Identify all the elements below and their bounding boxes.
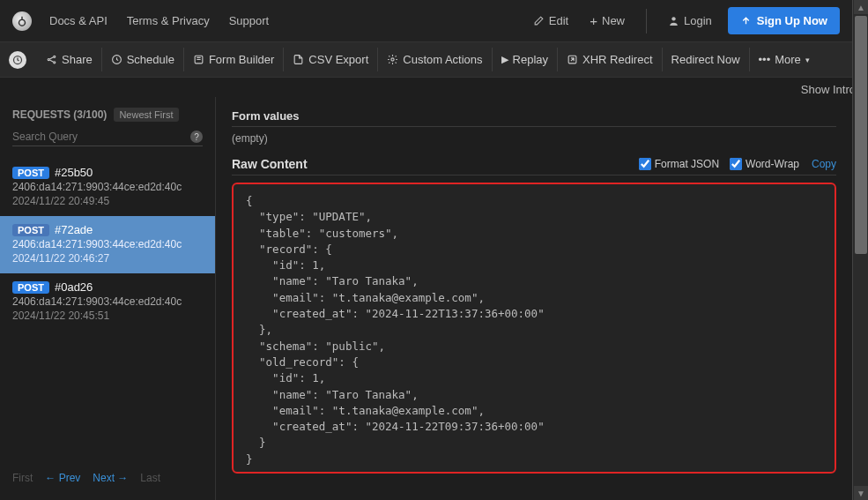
word-wrap-label: Word-Wrap xyxy=(746,158,799,170)
request-time: 2024/11/22 20:49:45 xyxy=(12,195,203,207)
raw-content-body[interactable]: { "type": "UPDATE", "table": "customers"… xyxy=(246,193,822,467)
schedule-button[interactable]: Schedule xyxy=(101,48,183,71)
form-icon xyxy=(193,54,204,65)
gear-icon xyxy=(387,54,398,65)
dots-icon: ••• xyxy=(759,53,771,66)
detail-panel: Form values (empty) Raw Content Format J… xyxy=(216,97,852,500)
form-builder-button[interactable]: Form Builder xyxy=(183,48,283,71)
signup-button[interactable]: Sign Up Now xyxy=(728,7,840,34)
custom-actions-button[interactable]: Custom Actions xyxy=(377,48,491,71)
form-values-empty: (empty) xyxy=(232,132,836,145)
request-item[interactable]: POST#25b502406:da14:271:9903:44ce:ed2d:4… xyxy=(0,159,215,216)
pager-last: Last xyxy=(140,472,160,484)
pager-first: First xyxy=(12,472,33,484)
redirect-now-button[interactable]: Redirect Now xyxy=(662,48,749,71)
request-id: #0ad26 xyxy=(55,280,93,294)
docs-api-link[interactable]: Docs & API xyxy=(49,14,108,27)
pager-next[interactable]: Next → xyxy=(93,472,128,484)
divider xyxy=(646,9,647,34)
svg-point-3 xyxy=(54,56,56,57)
terms-privacy-link[interactable]: Terms & Privacy xyxy=(127,14,210,27)
requests-list: POST#25b502406:da14:271:9903:44ce:ed2d:4… xyxy=(0,159,215,463)
scrollbar-up-icon[interactable]: ▲ xyxy=(854,0,868,14)
form-builder-label: Form Builder xyxy=(209,53,274,66)
top-nav: Docs & API Terms & Privacy Support Edit … xyxy=(0,0,852,42)
custom-actions-label: Custom Actions xyxy=(403,53,482,66)
edit-button[interactable]: Edit xyxy=(528,11,574,31)
more-label: More xyxy=(775,53,801,66)
search-input[interactable] xyxy=(12,131,190,143)
request-time: 2024/11/22 20:46:27 xyxy=(12,252,203,265)
svg-point-4 xyxy=(54,62,56,63)
show-intro-link[interactable]: Show Intro xyxy=(801,83,856,96)
requests-sidebar: REQUESTS (3/100) Newest First ? POST#25b… xyxy=(0,97,216,500)
play-icon: ▶ xyxy=(501,54,508,65)
svg-point-0 xyxy=(671,17,675,20)
login-label: Login xyxy=(684,14,712,27)
clock-icon[interactable] xyxy=(9,51,26,69)
scrollbar-thumb[interactable] xyxy=(855,16,867,254)
request-ip: 2406:da14:271:9903:44ce:ed2d:40c xyxy=(12,295,203,308)
request-id: #72ade xyxy=(55,223,93,236)
signup-label: Sign Up Now xyxy=(757,14,827,27)
xhr-redirect-label: XHR Redirect xyxy=(582,53,652,66)
format-json-label: Format JSON xyxy=(655,158,719,170)
requests-count-label: REQUESTS (3/100) xyxy=(12,108,107,121)
format-json-input[interactable] xyxy=(639,158,651,170)
user-icon xyxy=(668,15,679,26)
share-icon xyxy=(46,54,57,65)
replay-button[interactable]: ▶ Replay xyxy=(492,48,557,71)
format-json-checkbox[interactable]: Format JSON xyxy=(639,158,719,170)
method-badge: POST xyxy=(12,224,49,236)
help-icon[interactable]: ? xyxy=(190,131,203,143)
svg-point-7 xyxy=(391,58,394,61)
edit-icon xyxy=(533,15,545,26)
support-link[interactable]: Support xyxy=(229,14,270,27)
word-wrap-checkbox[interactable]: Word-Wrap xyxy=(730,158,799,170)
request-item[interactable]: POST#72ade2406:da14:271:9903:44ce:ed2d:4… xyxy=(0,216,215,273)
schedule-label: Schedule xyxy=(127,53,174,66)
request-ip: 2406:da14:271:9903:44ce:ed2d:40c xyxy=(12,238,203,250)
redirect-icon xyxy=(567,54,578,65)
xhr-redirect-button[interactable]: XHR Redirect xyxy=(557,48,661,71)
edit-label: Edit xyxy=(549,14,568,27)
new-label: New xyxy=(602,14,625,27)
upload-icon xyxy=(740,15,752,26)
new-button[interactable]: + New xyxy=(584,11,630,31)
clock2-icon xyxy=(111,54,122,65)
logo-icon[interactable] xyxy=(12,11,32,31)
share-button[interactable]: Share xyxy=(37,48,101,71)
scrollbar[interactable]: ▲ ▼ xyxy=(852,0,868,500)
login-button[interactable]: Login xyxy=(663,11,717,31)
pager: First ← Prev Next → Last xyxy=(0,463,215,493)
file-icon xyxy=(293,54,304,65)
more-button[interactable]: ••• More ▾ xyxy=(749,48,819,71)
share-label: Share xyxy=(62,53,93,66)
csv-export-label: CSV Export xyxy=(308,53,368,66)
request-id: #25b50 xyxy=(55,166,93,179)
pager-prev[interactable]: ← Prev xyxy=(45,472,80,484)
replay-label: Replay xyxy=(513,53,548,66)
raw-content-box: { "type": "UPDATE", "table": "customers"… xyxy=(232,183,836,474)
request-item[interactable]: POST#0ad262406:da14:271:9903:44ce:ed2d:4… xyxy=(0,273,215,331)
csv-export-button[interactable]: CSV Export xyxy=(283,48,377,71)
request-ip: 2406:da14:271:9903:44ce:ed2d:40c xyxy=(12,181,203,193)
redirect-now-label: Redirect Now xyxy=(671,53,740,66)
method-badge: POST xyxy=(12,167,49,179)
scrollbar-down-icon[interactable]: ▼ xyxy=(854,486,868,500)
svg-point-2 xyxy=(48,58,49,60)
copy-button[interactable]: Copy xyxy=(812,158,836,170)
word-wrap-input[interactable] xyxy=(730,158,742,170)
request-time: 2024/11/22 20:45:51 xyxy=(12,310,203,322)
sort-newest-badge[interactable]: Newest First xyxy=(114,108,178,122)
raw-content-title: Raw Content xyxy=(232,157,308,171)
chevron-down-icon: ▾ xyxy=(805,56,810,64)
form-values-title: Form values xyxy=(232,106,836,127)
plus-icon: + xyxy=(590,14,597,27)
method-badge: POST xyxy=(12,281,49,294)
toolbar: Share Schedule Form Builder CSV Export C… xyxy=(0,42,852,78)
